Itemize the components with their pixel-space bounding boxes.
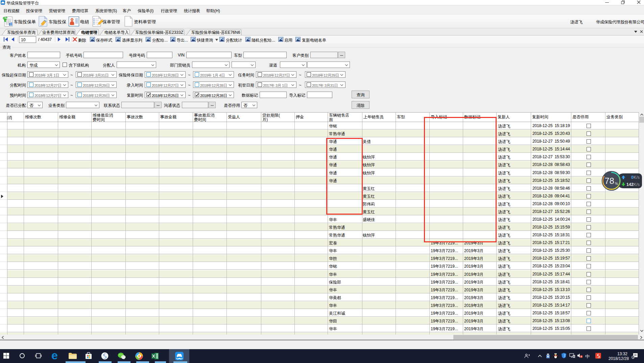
svg-text:车险投保单查询: 车险投保单查询: [7, 30, 35, 35]
svg-text:78: 78: [604, 176, 614, 186]
svg-text:电销名单导入: 电销名单导入: [104, 30, 129, 35]
svg-text:车险投保单编辑-苏E2333Z: 车险投保单编辑-苏E2333Z: [135, 30, 183, 35]
svg-text:电销管理: 电销管理: [81, 30, 97, 35]
svg-text:业务费用结算查询: 业务费用结算查询: [42, 30, 75, 35]
svg-text:3: 3: [632, 356, 634, 359]
svg-text:车险投保单编辑-苏EE76N6: 车险投保单编辑-苏EE76N6: [191, 30, 240, 35]
svg-text:%: %: [615, 182, 618, 186]
